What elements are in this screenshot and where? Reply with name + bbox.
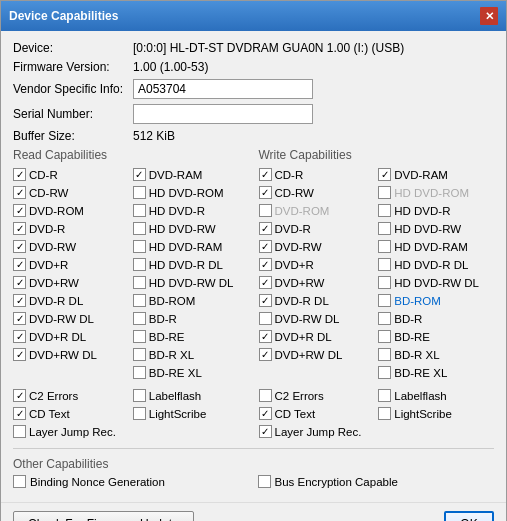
buffer-value: 512 KiB [133,129,175,143]
capability-checkbox[interactable] [378,407,391,420]
capability-checkbox[interactable] [378,294,391,307]
capability-checkbox[interactable] [133,348,146,361]
capability-checkbox[interactable] [378,366,391,379]
cap-label: HD DVD-ROM [394,187,469,199]
capability-checkbox[interactable] [259,294,272,307]
cap-label: HD DVD-RAM [149,241,222,253]
capability-checkbox[interactable] [133,276,146,289]
capability-checkbox[interactable] [378,222,391,235]
capability-checkbox[interactable] [259,330,272,343]
capability-checkbox[interactable] [13,312,26,325]
capability-checkbox[interactable] [13,168,26,181]
capability-checkbox[interactable] [378,186,391,199]
capability-checkbox[interactable] [13,276,26,289]
capability-checkbox[interactable] [259,168,272,181]
cap-item: DVD+R DL [13,328,129,345]
capability-checkbox[interactable] [13,204,26,217]
cap-item: Labelflash [133,387,249,404]
capability-checkbox[interactable] [133,186,146,199]
cap-label: DVD+R [29,259,68,271]
capability-checkbox[interactable] [259,407,272,420]
serial-label: Serial Number: [13,107,133,121]
other-cap-item: Bus Encryption Capable [258,475,495,488]
capability-checkbox[interactable] [378,330,391,343]
cap-label: C2 Errors [275,390,324,402]
cap-label: DVD-RW DL [29,313,94,325]
cap-item: CD Text [13,405,129,422]
capability-checkbox[interactable] [259,389,272,402]
capability-checkbox[interactable] [259,240,272,253]
cap-item: BD-R [133,310,249,327]
capability-checkbox[interactable] [133,222,146,235]
vendor-input[interactable] [133,79,313,99]
capability-checkbox[interactable] [378,240,391,253]
cap-label: DVD-ROM [29,205,84,217]
capability-checkbox[interactable] [259,222,272,235]
capability-checkbox[interactable] [13,389,26,402]
capability-checkbox[interactable] [133,366,146,379]
capability-checkbox[interactable] [13,330,26,343]
capability-checkbox[interactable] [13,222,26,235]
read-section-title: Read Capabilities [13,148,249,162]
capability-checkbox[interactable] [258,475,271,488]
capability-checkbox[interactable] [133,389,146,402]
cap-label: DVD+R DL [29,331,86,343]
cap-label: DVD+RW DL [275,349,343,361]
capability-checkbox[interactable] [378,389,391,402]
capability-checkbox[interactable] [13,294,26,307]
footer: Check For Firmware Update OK [1,502,506,521]
cap-label: DVD-R [29,223,65,235]
cap-item: LightScribe [378,405,494,422]
capability-checkbox[interactable] [133,204,146,217]
capability-checkbox[interactable] [259,258,272,271]
cap-label: LightScribe [149,408,207,420]
cap-label: DVD-RAM [394,169,448,181]
close-button[interactable]: ✕ [480,7,498,25]
capability-checkbox[interactable] [378,312,391,325]
capability-checkbox[interactable] [259,425,272,438]
cap-label: Labelflash [149,390,201,402]
cap-label: DVD+RW DL [29,349,97,361]
capability-checkbox[interactable] [133,330,146,343]
capability-checkbox[interactable] [133,168,146,181]
capability-checkbox[interactable] [13,348,26,361]
cap-label: HD DVD-R [394,205,450,217]
capability-checkbox[interactable] [13,258,26,271]
cap-label: CD-R [275,169,304,181]
cap-label: BD-RE XL [149,367,202,379]
capability-checkbox[interactable] [133,240,146,253]
capability-checkbox[interactable] [259,276,272,289]
cap-label: LightScribe [394,408,452,420]
capability-checkbox[interactable] [133,312,146,325]
cap-item: Layer Jump Rec. [13,423,129,440]
capability-checkbox[interactable] [133,407,146,420]
capability-checkbox[interactable] [378,276,391,289]
cap-label: CD-R [29,169,58,181]
capability-checkbox[interactable] [259,312,272,325]
capability-checkbox[interactable] [133,258,146,271]
capability-checkbox[interactable] [13,186,26,199]
cap-item: LightScribe [133,405,249,422]
capability-checkbox[interactable] [378,348,391,361]
capability-checkbox[interactable] [13,407,26,420]
capability-checkbox[interactable] [13,475,26,488]
cap-label: DVD-RW [275,241,322,253]
capability-checkbox[interactable] [133,294,146,307]
cap-item: DVD+R [13,256,129,273]
capability-checkbox[interactable] [378,204,391,217]
capability-checkbox[interactable] [259,186,272,199]
capability-checkbox[interactable] [259,204,272,217]
ok-button[interactable]: OK [444,511,494,521]
capability-checkbox[interactable] [259,348,272,361]
cap-item: HD DVD-RAM [133,238,249,255]
capability-checkbox[interactable] [378,168,391,181]
cap-label: HD DVD-ROM [149,187,224,199]
capability-checkbox[interactable] [378,258,391,271]
capability-checkbox[interactable] [13,425,26,438]
capability-checkbox[interactable] [13,240,26,253]
cap-label: C2 Errors [29,390,78,402]
read-extra-caps: C2 ErrorsLabelflashCD TextLightScribeLay… [13,387,249,440]
serial-input[interactable] [133,104,313,124]
cap-label: BD-R [394,313,422,325]
firmware-update-button[interactable]: Check For Firmware Update [13,511,194,521]
